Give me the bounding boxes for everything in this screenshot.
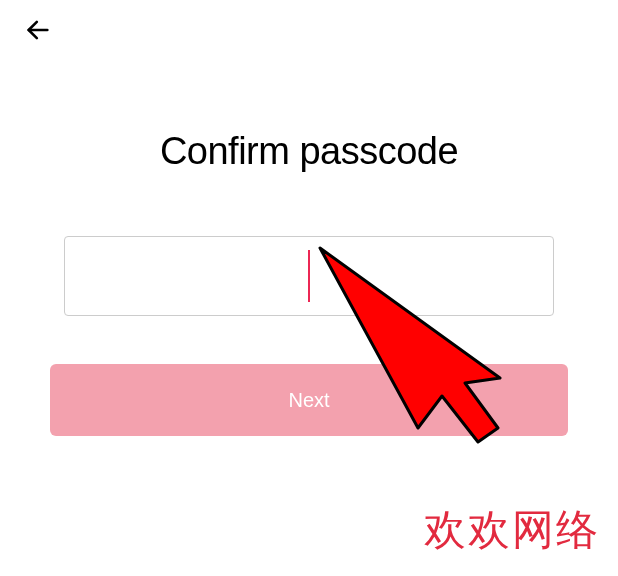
passcode-input[interactable] [64, 236, 554, 316]
back-button[interactable] [18, 12, 58, 52]
back-arrow-icon [24, 16, 52, 48]
next-button[interactable]: Next [50, 364, 568, 436]
next-button-label: Next [288, 389, 329, 412]
watermark-text: 欢欢网络 [424, 502, 600, 558]
page-title: Confirm passcode [0, 130, 618, 173]
text-cursor [308, 250, 310, 302]
